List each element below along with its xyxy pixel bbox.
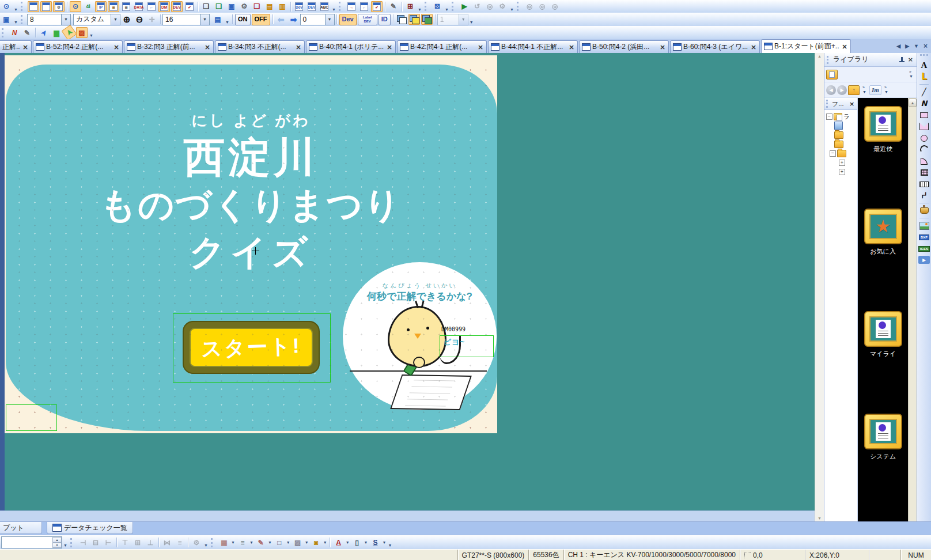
combo-arrow-icon[interactable]: ▼ (61, 14, 70, 25)
data-browser-icon[interactable] (404, 1, 416, 12)
hmi-screen-canvas[interactable]: にし よど がわ 西淀川 ものづくりまつり クイズ スタート! なんびょう せい… (5, 55, 497, 433)
line-tool-icon[interactable]: ╱ (918, 86, 930, 97)
editor-vertical-scrollbar[interactable]: ▲ ▼ (815, 53, 824, 521)
copy-screen-icon[interactable] (28, 1, 39, 12)
logo-text-tool-icon[interactable]: L (918, 71, 930, 82)
nav-back-icon[interactable]: ◀ (826, 85, 836, 95)
scroll-down-icon[interactable]: ▼ (818, 516, 822, 520)
spinner-overflow-icon[interactable]: ▼ (62, 538, 69, 547)
parts-list-icon[interactable] (120, 1, 132, 12)
scale-tool-icon[interactable] (918, 179, 930, 190)
tree-node-root[interactable]: − ラ (826, 112, 857, 121)
zoom-pan-icon[interactable] (536, 1, 548, 12)
toolbar-grip[interactable] (211, 538, 215, 547)
option-setting-icon[interactable] (239, 1, 250, 12)
thumbnail-scrollbar[interactable]: ▲ (908, 98, 917, 521)
transfer-icon[interactable] (432, 1, 443, 12)
tab-close-icon[interactable]: × (386, 44, 393, 51)
tree-node-folder-2[interactable] (826, 139, 857, 149)
layer-back-icon[interactable] (408, 14, 420, 25)
tree-node-expand-1[interactable]: + (826, 158, 857, 167)
verify-icon[interactable] (371, 1, 383, 12)
combo-arrow-icon[interactable]: ▼ (111, 14, 120, 25)
window-preview-icon[interactable] (200, 1, 212, 12)
forward-arrow-icon[interactable] (288, 14, 300, 25)
nav-overflow-icon[interactable]: »▼ (861, 84, 868, 96)
toolbar-grip[interactable] (339, 2, 343, 11)
data-list-icon[interactable] (133, 1, 145, 12)
grid-dropdown-icon[interactable]: ▼ (224, 14, 230, 24)
library-folder-tree[interactable]: − ラ − (824, 110, 857, 521)
datacheck-panel-tab[interactable]: データチェック一覧 (47, 522, 133, 534)
tree-expand-icon[interactable]: + (839, 160, 845, 166)
combo-arrow-icon[interactable]: ▼ (200, 14, 209, 25)
toolbar-grip[interactable] (425, 2, 429, 11)
toolbar-grip[interactable] (452, 2, 456, 11)
snap-off-button[interactable]: OFF (252, 14, 270, 25)
start-button[interactable]: スタート! (183, 321, 320, 374)
device-use-list-icon[interactable] (306, 1, 317, 12)
library-close-icon[interactable]: × (907, 56, 914, 63)
combo-arrow-icon[interactable]: ▼ (325, 14, 334, 25)
row2-overflow-icon[interactable]: ▼ (468, 14, 475, 24)
tab-close-icon[interactable]: × (204, 44, 211, 51)
tree-node-folder-3[interactable]: − (826, 149, 857, 158)
screen-editor[interactable]: にし よど がわ 西淀川 ものづくりまつり クイズ スタート! なんびょう せい… (0, 53, 815, 521)
screen-preview-icon[interactable] (70, 1, 81, 12)
device-list-icon[interactable] (171, 1, 183, 12)
tab-close-icon[interactable]: × (750, 44, 757, 51)
id-display-button[interactable]: ID (379, 14, 391, 25)
frame-style-dropdown[interactable]: ▼ (273, 537, 290, 548)
combo-arrow-icon[interactable]: ▼ (459, 14, 468, 25)
select-object-icon[interactable] (51, 27, 62, 38)
edit-setting-icon[interactable] (21, 27, 33, 38)
circle-tool-icon[interactable] (918, 133, 930, 143)
align-center-icon[interactable] (90, 537, 101, 548)
image-overflow-icon[interactable]: »▼ (883, 84, 890, 96)
grid-style-dropdown[interactable]: ▼ (218, 537, 235, 548)
screen-tab-7[interactable]: B-50:問4-2 (浜田... × (579, 40, 669, 53)
device-map-icon[interactable] (158, 1, 170, 12)
library-overflow-icon[interactable]: »▼ (907, 68, 915, 81)
screen-jump-combo[interactable]: 0 ▼ (300, 14, 335, 25)
tree-collapse-icon[interactable]: − (826, 113, 832, 120)
style-overflow-icon[interactable]: ▼ (387, 538, 393, 547)
select-cursor-icon[interactable] (36, 25, 51, 40)
select-image-icon[interactable] (76, 27, 88, 38)
snap-on-button[interactable]: ON (235, 14, 251, 25)
screen-tab-2[interactable]: B-32:問3 正解(前... × (124, 40, 214, 53)
fill-color-dropdown[interactable]: ▼ (310, 537, 327, 548)
export-icon[interactable] (358, 1, 370, 12)
system-information-icon[interactable] (82, 1, 94, 12)
start-button-selection[interactable]: スタート! (173, 313, 331, 383)
tab-close-icon[interactable]: × (841, 43, 848, 50)
toolbar-grip[interactable] (21, 15, 25, 24)
select-figure-icon[interactable] (61, 25, 77, 40)
text-color-dropdown[interactable]: ▼ (332, 537, 350, 548)
layer-number-combo[interactable]: 1 ▼ (437, 14, 468, 25)
folder-panel-titlebar[interactable]: フ... × (824, 98, 857, 110)
browser-dropdown-icon[interactable]: ▼ (417, 2, 423, 12)
freeform-line-tool-icon[interactable]: N (918, 98, 930, 109)
tree-expand-icon[interactable]: + (839, 169, 845, 175)
screen-property-icon[interactable] (53, 1, 65, 12)
row3-overflow-icon[interactable]: ▼ (88, 28, 94, 37)
tab-scroll-right-icon[interactable]: ▶ (904, 43, 910, 50)
check-dropdown-icon[interactable]: ▼ (331, 2, 337, 12)
simulator-setting-icon[interactable] (497, 1, 508, 12)
device-comment-selection[interactable]: ピヨ~ (440, 335, 494, 357)
align-right-icon[interactable] (103, 537, 114, 548)
align-setting-icon[interactable] (191, 537, 202, 548)
nav-forward-icon[interactable]: ▶ (837, 85, 847, 95)
fit-screen-icon[interactable] (146, 14, 158, 25)
piping-tool-icon[interactable]: ┏┛ (918, 190, 930, 201)
toolbar-grip[interactable] (517, 2, 521, 11)
paste-screen-icon[interactable] (40, 1, 52, 12)
screen-call-icon[interactable] (146, 1, 157, 12)
text-tool-icon[interactable]: A (918, 60, 930, 71)
window-next-icon[interactable] (213, 1, 225, 12)
tab-close-all-icon[interactable]: × (922, 41, 929, 51)
distribute-vertical-icon[interactable] (174, 537, 186, 548)
editor-horizontal-scrollbar[interactable] (0, 510, 815, 521)
screen-number-combo[interactable]: 8 ▼ (27, 14, 71, 25)
